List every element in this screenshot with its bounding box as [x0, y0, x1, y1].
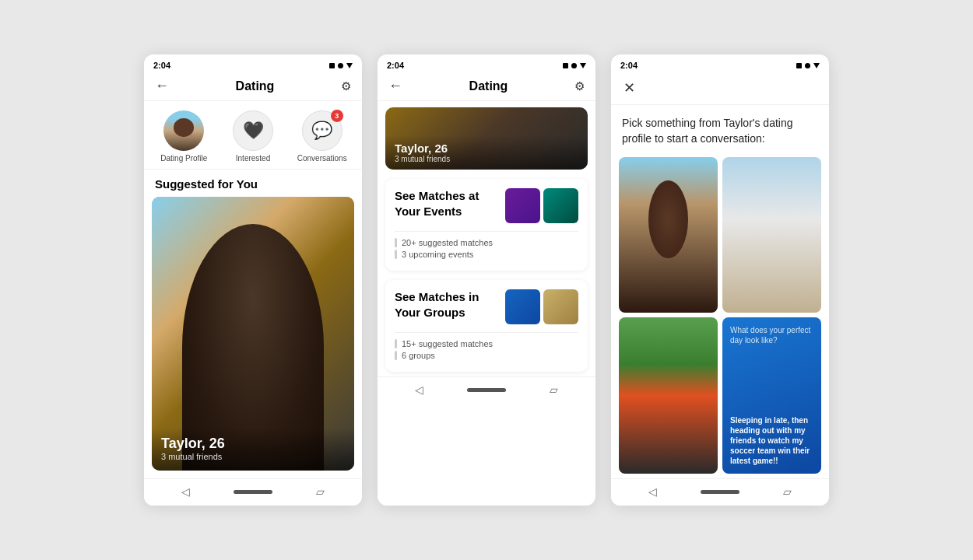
user-avatar [163, 110, 204, 151]
home-button[interactable] [234, 490, 272, 494]
nav-bar-1: ← Dating ⚙ [144, 73, 362, 101]
beach-selfie-image [619, 157, 718, 313]
yoga-image [722, 157, 821, 313]
groups-card-title: See Matches in Your Groups [395, 289, 496, 320]
events-stat-2: 3 upcoming events [395, 250, 578, 259]
card-mutual-friends: 3 mutual friends [161, 452, 345, 461]
filter-button[interactable]: ⚙ [341, 79, 351, 93]
wifi-icon-3 [805, 63, 810, 68]
prompt-card-content: What does your perfect day look like? Sl… [722, 317, 821, 474]
tab-avatar-wrap [163, 110, 204, 151]
status-time-1: 2:04 [153, 61, 170, 70]
groups-stat-text-2: 6 groups [402, 351, 435, 360]
events-card-header: See Matches at Your Events [395, 188, 578, 223]
groups-stat-1: 15+ suggested matches [395, 339, 578, 348]
square-nav-icon-2[interactable]: ▱ [550, 383, 558, 396]
prompt-question-text: What does your perfect day look like? [730, 325, 813, 345]
events-card-images [505, 188, 578, 223]
card-info-overlay: Taylor, 26 3 mutual friends [152, 428, 354, 471]
photo-beach-selfie[interactable] [619, 157, 718, 313]
garden-image [619, 317, 718, 474]
square-nav-icon-3[interactable]: ▱ [783, 485, 792, 498]
signal-icon-3 [796, 63, 802, 68]
nav-title-1: Dating [236, 79, 275, 93]
stat-bar-icon-2 [395, 250, 397, 259]
heart-icon: 🖤 [233, 110, 273, 151]
groups-card-header: See Matches in Your Groups [395, 289, 578, 324]
events-match-card[interactable]: See Matches at Your Events 20+ suggested… [385, 179, 588, 271]
back-button-2[interactable]: ← [388, 78, 402, 94]
status-icons-1 [329, 63, 353, 68]
profile-tabs: Dating Profile 🖤 Interested 💬 3 Conversa… [144, 101, 362, 170]
groups-thumb-blue [505, 289, 540, 324]
status-bar-2: 2:04 [378, 54, 595, 73]
close-bar: ✕ [611, 73, 829, 105]
battery-icon [346, 63, 353, 68]
card-person-name: Taylor, 26 [161, 436, 345, 452]
events-card-title: See Matches at Your Events [395, 188, 496, 219]
app-container: 2:04 ← Dating ⚙ Dating Profile 🖤 [128, 39, 845, 521]
battery-icon-3 [813, 63, 820, 68]
status-bar-1: 2:04 [144, 54, 362, 73]
suggested-title: Suggested for You [144, 170, 362, 197]
tab-interested[interactable]: 🖤 Interested [221, 110, 286, 163]
back-nav-icon-2[interactable]: ◁ [415, 383, 423, 396]
bottom-nav-3: ◁ ▱ [611, 478, 829, 506]
signal-icon [329, 63, 335, 68]
stat-bar-icon-4 [395, 351, 397, 360]
photo-grid: What does your perfect day look like? Sl… [611, 152, 829, 478]
phone-screen-3: 2:04 ✕ Pick something from Taylor's dati… [611, 54, 829, 506]
phone-screen-2: 2:04 ← Dating ⚙ Taylor, 26 3 mutual frie… [378, 54, 595, 506]
wifi-icon [338, 63, 343, 68]
stat-bar-icon [395, 238, 397, 247]
tab-dating-profile[interactable]: Dating Profile [152, 110, 216, 163]
groups-thumb-1 [505, 289, 540, 324]
groups-stat-text-1: 15+ suggested matches [402, 339, 493, 348]
events-stat-text-2: 3 upcoming events [402, 250, 473, 259]
tab-label-profile: Dating Profile [160, 154, 207, 163]
back-nav-icon[interactable]: ◁ [181, 485, 190, 498]
events-thumb-teal [543, 188, 578, 223]
events-thumb-2 [543, 188, 578, 223]
battery-icon-2 [580, 63, 586, 68]
match-hero-name: Taylor, 26 [395, 142, 578, 155]
groups-thumb-sand [543, 289, 578, 324]
back-nav-icon-3[interactable]: ◁ [648, 485, 657, 498]
groups-thumb-2 [543, 289, 578, 324]
tab-label-conversations: Conversations [297, 154, 347, 163]
close-button[interactable]: ✕ [622, 78, 637, 98]
events-thumb-1 [505, 188, 540, 223]
conversation-prompt-text: Pick something from Taylor's dating prof… [611, 105, 829, 152]
back-button[interactable]: ← [155, 78, 169, 94]
match-hero-mutual: 3 mutual friends [395, 155, 578, 163]
photo-yoga-mat[interactable] [722, 157, 821, 313]
groups-match-card[interactable]: See Matches in Your Groups 15+ suggested… [385, 280, 588, 372]
tab-label-interested: Interested [236, 154, 270, 163]
bottom-nav-1: ◁ ▱ [144, 478, 362, 506]
photo-prompt-card[interactable]: What does your perfect day look like? Sl… [722, 317, 821, 474]
prompt-answer-text: Sleeping in late, then heading out with … [730, 415, 813, 466]
tab-conversations[interactable]: 💬 3 Conversations [290, 110, 354, 163]
nav-bar-2: ← Dating ⚙ [378, 73, 595, 101]
match-hero-overlay: Taylor, 26 3 mutual friends [385, 135, 588, 170]
square-nav-icon[interactable]: ▱ [316, 485, 325, 498]
stat-bar-icon-3 [395, 339, 397, 348]
profile-card[interactable]: Taylor, 26 3 mutual friends [152, 197, 354, 471]
status-bar-3: 2:04 [611, 54, 829, 73]
tab-chat-wrap: 💬 3 [302, 110, 342, 151]
groups-card-images [505, 289, 578, 324]
home-button-3[interactable] [701, 490, 739, 494]
bottom-nav-2: ◁ ▱ [378, 376, 595, 404]
events-stat-text-1: 20+ suggested matches [402, 238, 493, 247]
match-hero-card[interactable]: Taylor, 26 3 mutual friends [385, 107, 588, 170]
home-button-2[interactable] [467, 388, 506, 392]
groups-card-stats: 15+ suggested matches 6 groups [395, 332, 578, 360]
phone-screen-1: 2:04 ← Dating ⚙ Dating Profile 🖤 [144, 54, 362, 506]
status-icons-2 [563, 63, 586, 68]
photo-garden[interactable] [619, 317, 718, 474]
status-time-2: 2:04 [387, 61, 404, 70]
nav-title-2: Dating [469, 79, 508, 93]
events-stat-1: 20+ suggested matches [395, 238, 578, 247]
filter-button-2[interactable]: ⚙ [574, 79, 585, 93]
wifi-icon-2 [571, 63, 577, 68]
